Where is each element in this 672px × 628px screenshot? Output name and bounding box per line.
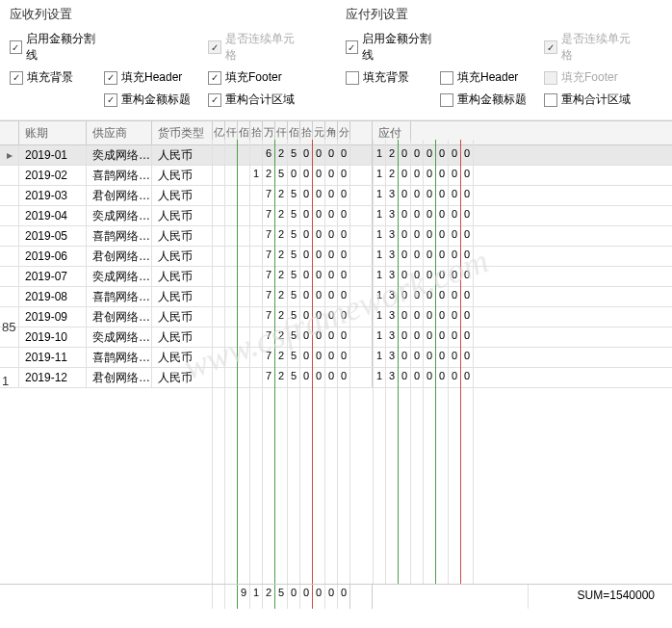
cb-recv-rebuild-sum[interactable]: [208, 93, 221, 107]
digit-cell: [249, 226, 262, 246]
cb-pay-rebuild-title[interactable]: [440, 93, 453, 107]
header-supplier[interactable]: 供应商: [87, 121, 152, 144]
digit-cell: 0: [435, 368, 448, 387]
digit-cell: 0: [312, 307, 324, 327]
cell-currency[interactable]: 人民币: [152, 247, 212, 266]
digit-cell: 0: [423, 166, 435, 185]
cb-pay-fill-bg[interactable]: [346, 71, 359, 85]
digit-cell: [224, 226, 237, 246]
cell-period[interactable]: 2019-03: [19, 186, 87, 205]
digit-cell: 0: [410, 166, 423, 185]
cell-currency[interactable]: 人民币: [152, 166, 212, 185]
digit-cell: 2: [385, 145, 398, 165]
digit-header: 佰: [237, 121, 249, 144]
digit-cell: 1: [373, 287, 385, 306]
digit-cell: [212, 287, 224, 306]
digit-cell: 0: [460, 247, 473, 266]
digit-cell: 0: [460, 267, 473, 286]
digit-cell: 0: [312, 267, 324, 286]
header-period[interactable]: 账期: [19, 121, 87, 144]
cb-pay-amount-split[interactable]: [346, 40, 358, 54]
digit-cell: [237, 186, 249, 205]
cell-supplier[interactable]: 君创网络…: [87, 186, 152, 205]
digit-cell: 0: [312, 226, 324, 246]
digit-cell: 0: [410, 327, 423, 347]
digit-cell: 0: [435, 247, 448, 266]
cell-currency[interactable]: 人民币: [152, 206, 212, 225]
cell-period[interactable]: 2019-04: [19, 206, 87, 225]
cell-period[interactable]: 2019-05: [19, 226, 87, 246]
digit-cell: 0: [312, 287, 324, 306]
cell-supplier[interactable]: 君创网络…: [87, 307, 152, 327]
cell-supplier[interactable]: 喜鹊网络…: [87, 226, 152, 246]
cell-currency[interactable]: 人民币: [152, 348, 212, 367]
table-row[interactable]: 2019-06君创网络…人民币 725000013000000: [0, 247, 672, 267]
digit-cell: 0: [423, 247, 435, 266]
digit-header: 万: [262, 121, 274, 144]
digit-cell: 0: [460, 327, 473, 347]
cb-pay-rebuild-sum[interactable]: [544, 93, 557, 107]
cb-recv-fill-footer[interactable]: [208, 71, 221, 85]
digit-header: 亿: [212, 121, 224, 144]
table-row[interactable]: 2019-12君创网络…人民币 725000013000000: [0, 368, 672, 388]
cell-period[interactable]: 2019-02: [19, 166, 87, 185]
digit-cell: 2: [274, 307, 287, 327]
digit-cell: 0: [324, 307, 337, 327]
cell-currency[interactable]: 人民币: [152, 267, 212, 286]
cell-supplier[interactable]: 君创网络…: [87, 368, 152, 387]
digit-cell: [237, 166, 249, 185]
cb-pay-fill-header[interactable]: [440, 71, 453, 85]
digit-cell: 5: [287, 186, 299, 205]
cell-currency[interactable]: 人民币: [152, 368, 212, 387]
cell-supplier[interactable]: 喜鹊网络…: [87, 166, 152, 185]
table-row[interactable]: 2019-05喜鹊网络…人民币 725000013000000: [0, 226, 672, 247]
table-row[interactable]: 2019-08喜鹊网络…人民币 725000013000000: [0, 287, 672, 307]
cell-supplier[interactable]: 君创网络…: [87, 247, 152, 266]
header-currency[interactable]: 货币类型: [152, 121, 212, 144]
cell-period[interactable]: 2019-07: [19, 267, 87, 286]
cell-currency[interactable]: 人民币: [152, 226, 212, 246]
cell-period[interactable]: 2019-11: [19, 348, 87, 367]
cell-supplier[interactable]: 喜鹊网络…: [87, 348, 152, 367]
table-row[interactable]: 2019-04奕成网络…人民币 725000013000000: [0, 206, 672, 226]
cb-recv-amount-split[interactable]: [10, 40, 22, 54]
cb-recv-fill-bg[interactable]: [10, 71, 23, 85]
cell-currency[interactable]: 人民币: [152, 145, 212, 165]
cell-currency[interactable]: 人民币: [152, 287, 212, 306]
cell-currency[interactable]: 人民币: [152, 186, 212, 205]
table-row[interactable]: 2019-11喜鹊网络…人民币 725000013000000: [0, 348, 672, 368]
digit-cell: 3: [385, 206, 398, 225]
cb-recv-fill-header[interactable]: [104, 71, 117, 85]
cell-supplier[interactable]: 喜鹊网络…: [87, 287, 152, 306]
digit-cell: 0: [398, 267, 410, 286]
digit-cell: 0: [299, 226, 312, 246]
cell-currency[interactable]: 人民币: [152, 327, 212, 347]
cell-period[interactable]: 2019-08: [19, 287, 87, 306]
cell-period[interactable]: 2019-09: [19, 307, 87, 327]
digit-cell: 0: [448, 267, 460, 286]
cell-supplier[interactable]: 奕成网络…: [87, 267, 152, 286]
digit-cell: 0: [410, 267, 423, 286]
table-row[interactable]: 2019-09君创网络…人民币 725000013000000: [0, 307, 672, 327]
cell-supplier[interactable]: 奕成网络…: [87, 327, 152, 347]
digit-cell: 1: [373, 327, 385, 347]
digit-cell: 2: [274, 267, 287, 286]
table-row[interactable]: 2019-02喜鹊网络…人民币 1250000012000000: [0, 166, 672, 186]
cb-recv-rebuild-title[interactable]: [104, 93, 117, 107]
digit-cell: 5: [287, 226, 299, 246]
cell-period[interactable]: 2019-10: [19, 327, 87, 347]
cell-period[interactable]: 2019-06: [19, 247, 87, 266]
digit-cell: 2: [274, 348, 287, 367]
cell-supplier[interactable]: 奕成网络…: [87, 206, 152, 225]
cell-period[interactable]: 2019-01: [19, 145, 87, 165]
table-row[interactable]: 2019-07奕成网络…人民币 725000013000000: [0, 267, 672, 287]
table-row[interactable]: 2019-10奕成网络…人民币 725000013000000: [0, 327, 672, 348]
digit-cell: 0: [448, 186, 460, 205]
cell-currency[interactable]: 人民币: [152, 307, 212, 327]
digit-cell: 0: [423, 287, 435, 306]
table-row[interactable]: 2019-03君创网络…人民币 725000013000000: [0, 186, 672, 206]
cell-supplier[interactable]: 奕成网络…: [87, 145, 152, 165]
table-row[interactable]: ▸2019-01奕成网络…人民币 625000012000000: [0, 145, 672, 166]
cell-period[interactable]: 2019-12: [19, 368, 87, 387]
header-payable[interactable]: 应付: [373, 121, 411, 144]
